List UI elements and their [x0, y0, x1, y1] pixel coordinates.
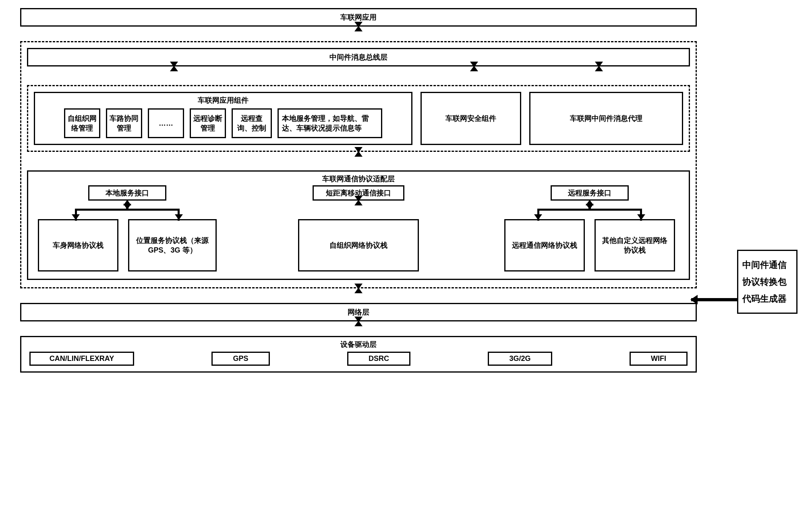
arrowhead-down-icon — [534, 214, 542, 220]
local-stack-label: 车身网络协议栈 — [53, 240, 104, 250]
middleware-dashed-group: 中间件消息总线层 车联网应用组件 自组织网络管理 车路协同管理 …… 远程诊断管… — [20, 41, 697, 288]
app-comp-item: 车路协同管理 — [106, 108, 142, 138]
protocol-adapter-title: 车联网通信协议适配层 — [322, 175, 395, 183]
driver-item-label: CAN/LIN/FLEXRAY — [50, 354, 114, 363]
app-comp-item: 远程查询、控制 — [232, 108, 272, 138]
app-layer-label: 车联网应用 — [340, 13, 377, 21]
protocol-adapter-box: 车联网通信协议适配层 本地服务接口 — [27, 170, 690, 280]
middleware-bus-box: 中间件消息总线层 — [27, 48, 690, 66]
app-components-title: 车联网应用组件 — [198, 96, 249, 104]
app-comp-item: 远程诊断管理 — [190, 108, 226, 138]
local-stack-label: 位置服务协议栈（来源 GPS、3G 等） — [133, 236, 212, 255]
driver-item: GPS — [211, 352, 269, 366]
remote-stack-box: 其他自定义远程网络协议栈 — [594, 219, 675, 271]
driver-item-label: DSRC — [369, 354, 389, 363]
app-comp-item: 自组织网络管理 — [64, 108, 100, 138]
app-comp-label: 本地服务管理，如导航、雷达、车辆状况提示信息等 — [282, 114, 369, 132]
remote-stack-box: 远程通信网络协议栈 — [504, 219, 585, 271]
driver-layer-title: 设备驱动层 — [340, 340, 377, 348]
driver-item-label: GPS — [233, 354, 248, 363]
driver-item-label: 3G/2G — [509, 354, 530, 363]
driver-item-label: WIFI — [651, 354, 666, 363]
remote-interface-group: 远程服务接口 远程通信网络协议栈 其他自定义远程网络协议栈 — [497, 185, 682, 271]
arrowhead-down-icon — [175, 214, 183, 220]
driver-item: 3G/2G — [488, 352, 552, 366]
local-interface-title: 本地服务接口 — [106, 189, 149, 197]
app-comp-label: 自组织网络管理 — [68, 114, 97, 132]
app-comp-item-ellipsis: …… — [148, 108, 184, 138]
app-comp-item: 本地服务管理，如导航、雷达、车辆状况提示信息等 — [278, 108, 382, 138]
shortrange-interface-group: 短距离移动通信接口 自组织网络协议栈 — [286, 185, 431, 271]
message-proxy-box: 车联网中间件消息代理 — [529, 92, 683, 145]
driver-item: DSRC — [347, 352, 410, 366]
message-proxy-label: 车联网中间件消息代理 — [570, 114, 642, 122]
driver-item: CAN/LIN/FLEXRAY — [29, 352, 134, 366]
driver-item: WIFI — [630, 352, 688, 366]
driver-layer-box: 设备驱动层 CAN/LIN/FLEXRAY GPS DSRC 3G/2G WIF… — [20, 336, 697, 373]
local-stack-box: 位置服务协议栈（来源 GPS、3G 等） — [128, 219, 217, 271]
remote-stack-label: 远程通信网络协议栈 — [512, 240, 577, 250]
security-component-label: 车联网安全组件 — [445, 114, 496, 122]
arrowhead-down-icon — [72, 214, 80, 220]
app-components-box: 车联网应用组件 自组织网络管理 车路协同管理 …… 远程诊断管理 远程查询、控制… — [34, 92, 412, 145]
remote-stack-label: 其他自定义远程网络协议栈 — [600, 236, 670, 255]
shortrange-stack-box: 自组织网络协议栈 — [298, 219, 419, 271]
codegen-label: 中间件通信协议转换包代码生成器 — [742, 260, 787, 304]
middleware-bus-label: 中间件消息总线层 — [329, 53, 387, 61]
security-component-box: 车联网安全组件 — [420, 92, 521, 145]
arrowhead-down-icon — [637, 214, 645, 220]
arrow-codegen-to-middleware — [691, 298, 737, 301]
app-comp-label: …… — [159, 119, 173, 128]
app-comp-label: 远程诊断管理 — [193, 114, 222, 132]
network-layer-label: 网络层 — [348, 308, 369, 316]
components-dashed-row: 车联网应用组件 自组织网络管理 车路协同管理 …… 远程诊断管理 远程查询、控制… — [27, 85, 690, 152]
local-branch-bar — [75, 209, 180, 211]
codegen-side-group: 中间件通信协议转换包代码生成器 — [737, 250, 798, 314]
local-interface-group: 本地服务接口 车身网络协议栈 — [35, 185, 220, 271]
local-stack-box: 车身网络协议栈 — [38, 219, 118, 271]
remote-branch-bar — [537, 209, 642, 211]
app-comp-label: 车路协同管理 — [110, 114, 139, 132]
architecture-diagram: 车联网应用 中间件消息总线层 车联网应用组件 自组织网络管理 车路协同管理 — [20, 8, 705, 373]
codegen-box: 中间件通信协议转换包代码生成器 — [737, 250, 798, 314]
shortrange-stack-label: 自组织网络协议栈 — [329, 240, 387, 250]
remote-interface-title: 远程服务接口 — [568, 189, 611, 197]
app-comp-label: 远程查询、控制 — [237, 114, 266, 132]
